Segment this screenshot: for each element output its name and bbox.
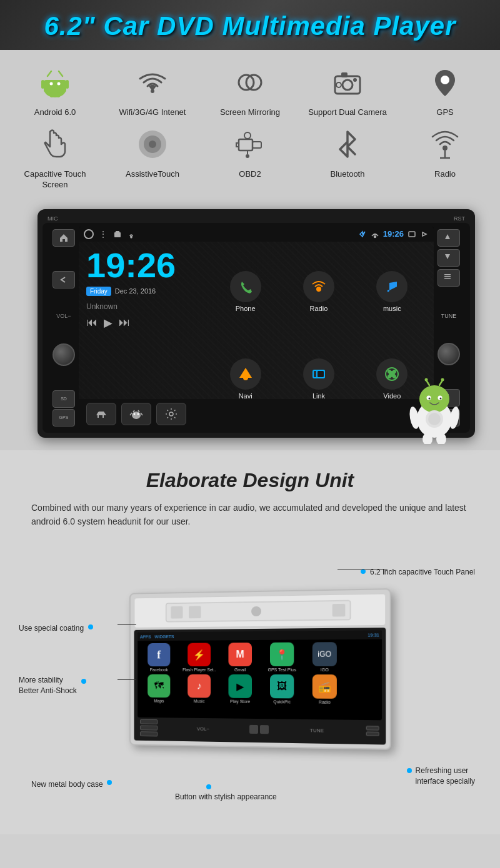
bluetooth-icon: [328, 124, 368, 164]
wifi-label: Wifi/3G/4G Intenet: [119, 107, 186, 118]
diag-apps-tab: APPS: [140, 634, 151, 639]
up-button[interactable]: [438, 229, 460, 247]
app-radio[interactable]: Radio: [303, 271, 334, 312]
svg-rect-1: [44, 80, 66, 92]
svg-point-2: [50, 82, 53, 86]
assistive-icon: [132, 124, 172, 164]
vol-indicator: VOL−: [197, 726, 209, 732]
svg-rect-8: [50, 92, 53, 97]
diag-quickpic: 🖼 QuickPic: [262, 674, 302, 704]
touch-panel-line: [338, 570, 388, 570]
svg-rect-81: [189, 606, 201, 619]
navi-label: Navi: [239, 392, 252, 400]
status-icons: 19:26: [358, 229, 429, 239]
bluetooth-label: Bluetooth: [331, 169, 365, 180]
tune-indicator: TUNE: [310, 727, 324, 733]
button-style-text: Button with stylish appearance: [175, 792, 277, 801]
android-label: Android 6.0: [34, 107, 76, 118]
feature-android: Android 6.0: [14, 62, 96, 118]
diag-maps: 🗺 Maps: [140, 674, 178, 703]
prev-button[interactable]: ⏮: [86, 316, 98, 329]
svg-point-68: [440, 397, 442, 399]
mount-bracket: [134, 594, 386, 628]
button-style-annotation: Button with stylish appearance: [175, 791, 277, 802]
diag-flash: ⚡ Flash Player Set..: [180, 643, 219, 673]
feature-touch: Capacitive Touch Screen: [14, 124, 96, 190]
svg-rect-32: [116, 231, 119, 233]
diag-radio-app: 📻 Radio: [304, 675, 346, 705]
svg-rect-15: [341, 72, 348, 77]
vol-knob[interactable]: [52, 343, 75, 366]
sd-button[interactable]: SD: [52, 390, 75, 408]
button-style-dot: [206, 784, 211, 789]
special-coating-annotation: Use special coating: [19, 622, 84, 633]
media-unknown: Unknown: [86, 302, 196, 311]
svg-point-47: [392, 375, 396, 378]
special-coating-text: Use special coating: [19, 624, 84, 633]
svg-line-4: [48, 71, 51, 76]
metal-body-annotation: New metal body case: [31, 778, 103, 789]
diagram-section: APPS WIDGETS 19:31 f Facebook ⚡: [0, 541, 500, 834]
svg-point-38: [243, 375, 248, 380]
elaborate-description: Combined with our many years of experien…: [25, 501, 475, 529]
svg-point-28: [442, 145, 448, 150]
diag-time: 19:31: [368, 633, 379, 637]
left-controls: VOL− SD GPS: [49, 227, 79, 429]
link-label: Link: [312, 392, 325, 400]
tune-knob[interactable]: [438, 343, 460, 365]
svg-point-27: [246, 154, 249, 158]
special-coating-dot: [88, 624, 93, 629]
radio-app-label: Radio: [310, 305, 328, 312]
mirror-label: Screen Mirroring: [220, 107, 280, 118]
svg-point-72: [441, 378, 444, 381]
svg-rect-6: [41, 80, 44, 89]
mirror-icon: [230, 62, 270, 102]
page-title: 6.2" Car DVD Multimedia Player: [6, 11, 494, 41]
header: 6.2" Car DVD Multimedia Player: [0, 0, 500, 50]
down-button[interactable]: [438, 249, 460, 267]
back-button[interactable]: [52, 271, 75, 289]
special-coating-line: [118, 624, 136, 625]
obd2-icon: [230, 124, 270, 164]
app-phone[interactable]: Phone: [230, 271, 261, 312]
diag-gmail: M Gmail: [221, 643, 260, 672]
diag-igo: iGO IGO: [304, 643, 346, 673]
home-button[interactable]: [52, 229, 75, 247]
svg-point-3: [58, 82, 61, 86]
music-label: music: [383, 305, 401, 312]
svg-rect-80: [171, 606, 182, 619]
svg-point-34: [374, 235, 376, 237]
stability-text: More stabilityBetter Anti-Shock: [19, 675, 77, 696]
obd2-label: OBD2: [239, 169, 261, 180]
play-button[interactable]: ▶: [104, 316, 112, 330]
next-button[interactable]: ⏭: [119, 316, 130, 329]
svg-rect-40: [317, 370, 324, 378]
app-link[interactable]: Link: [303, 358, 334, 400]
feature-gps: GPS: [404, 62, 486, 118]
screen-main: 19:26 Friday Dec 23, 2016 Unknown ⏮ ▶ ⏭: [79, 242, 434, 429]
refresh-ui-annotation: Refreshing userinterface specially: [416, 766, 475, 787]
assistive-label: AssistiveTouch: [126, 169, 179, 180]
feature-bluetooth: Bluetooth: [307, 124, 388, 180]
diagram-device: APPS WIDGETS 19:31 f Facebook ⚡: [125, 591, 388, 747]
menu-button[interactable]: [438, 269, 460, 287]
svg-point-46: [388, 375, 391, 378]
elaborate-title: Elaborate Design Unit: [25, 469, 475, 492]
radio-label: Radio: [434, 169, 456, 180]
app-music[interactable]: music: [376, 271, 408, 312]
app-video[interactable]: Video: [376, 358, 408, 400]
features-row-2: Capacitive Touch Screen AssistiveTouch: [6, 124, 494, 190]
svg-rect-9: [57, 92, 60, 97]
feature-mirror: Screen Mirroring: [209, 62, 291, 118]
stability-line: [118, 679, 136, 680]
app-navi[interactable]: Navi: [230, 358, 261, 400]
gps-button[interactable]: GPS: [52, 409, 75, 427]
svg-point-16: [353, 78, 357, 82]
screen-statusbar: ⋮ 19:26: [79, 227, 434, 242]
tune-label: TUNE: [441, 313, 457, 319]
refresh-ui-text: Refreshing userinterface specially: [416, 766, 475, 787]
diag-facebook: f Facebook: [140, 643, 178, 672]
gps-icon: [425, 62, 465, 102]
svg-point-33: [131, 237, 132, 238]
feature-radio: Radio: [404, 124, 486, 180]
